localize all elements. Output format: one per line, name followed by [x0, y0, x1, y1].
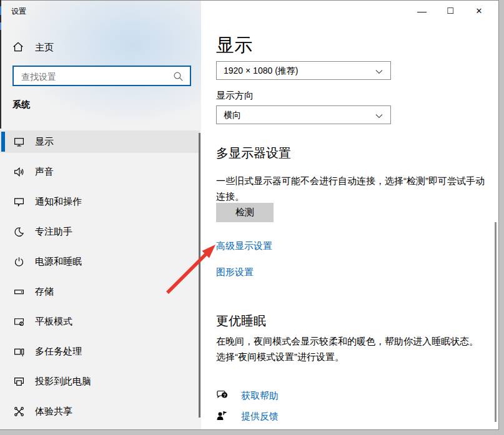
sidebar-item-label: 体验共享 [35, 406, 72, 418]
sleep-description: 在晚间，夜间模式会显示较柔和的暖色，帮助你进入睡眠状态。 选择“夜间模式设置”进… [216, 333, 487, 364]
sidebar-item-label: 通知和操作 [35, 196, 82, 208]
sidebar-item-notifications[interactable]: 通知和操作 [0, 190, 200, 213]
system-section-header: 系统 [12, 99, 30, 110]
search-input[interactable] [20, 69, 172, 85]
sidebar-item-shared-experiences[interactable]: 体验共享 [0, 400, 200, 423]
sidebar-item-sound[interactable]: 声音 [0, 160, 200, 183]
chevron-down-icon [375, 69, 383, 74]
main-scrollbar-thumb[interactable] [495, 222, 497, 422]
get-help-row[interactable]: ? 获取帮助 [216, 389, 403, 404]
display-icon [14, 137, 24, 147]
moon-icon [14, 227, 24, 237]
maximize-button[interactable]: ☐ [436, 1, 465, 21]
page-title: 显示 [216, 33, 252, 58]
sidebar: 主页 系统 显示 [0, 1, 201, 429]
window-title: 设置 [11, 6, 26, 17]
projecting-icon [14, 376, 24, 387]
settings-window: 主页 系统 显示 [0, 0, 499, 430]
orientation-dropdown[interactable]: 横向 [216, 105, 391, 124]
close-button[interactable]: ✕ [465, 1, 493, 21]
window-controls: — ☐ ✕ [407, 1, 493, 21]
sidebar-item-home[interactable]: 主页 [0, 38, 201, 58]
multi-display-description: 一些旧式显示器可能不会进行自动连接，选择“检测”即可尝试手动连接。 [216, 173, 487, 204]
storage-icon [14, 286, 24, 297]
sidebar-item-label: 声音 [35, 166, 54, 178]
svg-text:?: ? [223, 393, 226, 398]
tablet-mode-icon [14, 316, 24, 327]
power-icon [14, 257, 24, 267]
resolution-dropdown[interactable]: 1920 × 1080 (推荐) [216, 61, 391, 80]
sidebar-item-label: 平板模式 [35, 316, 72, 328]
sleep-section-title: 更优睡眠 [216, 313, 266, 330]
orientation-label: 显示方向 [216, 90, 254, 102]
sound-icon [14, 167, 24, 177]
multi-display-section-title: 多显示器设置 [216, 145, 291, 162]
sidebar-item-label: 存储 [35, 286, 54, 298]
sidebar-item-storage[interactable]: 存储 [0, 280, 200, 303]
get-help-link[interactable]: 获取帮助 [241, 390, 279, 402]
feedback-link[interactable]: 提供反馈 [241, 411, 279, 423]
sidebar-item-label: 显示 [35, 136, 54, 148]
orientation-value: 横向 [224, 110, 241, 121]
search-icon[interactable] [173, 71, 184, 82]
resolution-value: 1920 × 1080 (推荐) [224, 66, 298, 77]
sidebar-item-display[interactable]: 显示 [0, 130, 200, 153]
notifications-icon [14, 197, 24, 207]
chevron-down-icon [375, 114, 383, 119]
sidebar-scrollbar-thumb[interactable] [199, 133, 200, 418]
sidebar-item-label: 电源和睡眠 [35, 256, 82, 268]
sidebar-item-focus-assist[interactable]: 专注助手 [0, 220, 200, 243]
search-box [12, 66, 191, 86]
background-window-edge-blue [0, 6, 1, 15]
advanced-display-settings-link[interactable]: 高级显示设置 [216, 240, 272, 252]
help-bubble-icon: ? [216, 389, 229, 402]
minimize-button[interactable]: — [407, 1, 436, 21]
sidebar-item-power-sleep[interactable]: 电源和睡眠 [0, 250, 200, 273]
home-icon [12, 41, 24, 52]
feedback-row[interactable]: 提供反馈 [216, 409, 403, 424]
multitasking-icon [14, 346, 24, 357]
shared-experiences-icon [14, 406, 24, 417]
sidebar-item-multitasking[interactable]: 多任务处理 [0, 340, 200, 363]
sidebar-item-projecting[interactable]: 投影到此电脑 [0, 370, 200, 393]
detect-button[interactable]: 检测 [216, 203, 274, 222]
feedback-person-icon [216, 410, 229, 423]
background-window-edge [0, 0, 1, 129]
title-bar: 设置 — ☐ ✕ [0, 1, 498, 21]
background-window-edge-blue [0, 22, 1, 30]
graphics-settings-link[interactable]: 图形设置 [216, 266, 254, 278]
selected-accent-bar [1, 132, 5, 152]
display-settings-pane: 显示 1920 × 1080 (推荐) 显示方向 横向 多显示器设置 [201, 1, 498, 429]
sidebar-item-label: 专注助手 [35, 226, 72, 238]
sidebar-item-tablet-mode[interactable]: 平板模式 [0, 310, 200, 333]
screenshot-stage: 主页 系统 显示 [0, 0, 504, 435]
home-label: 主页 [35, 42, 54, 54]
sidebar-item-label: 投影到此电脑 [35, 376, 91, 388]
sidebar-item-label: 多任务处理 [35, 346, 82, 358]
